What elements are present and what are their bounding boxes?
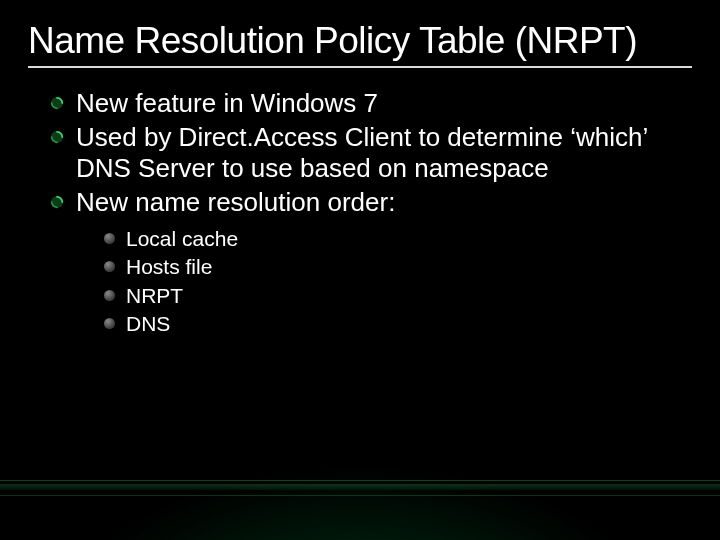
sub-bullet-text: Hosts file	[126, 255, 212, 278]
sub-bullet-item: Local cache	[104, 225, 690, 253]
bullet-text: Used by Direct.Access Client to determin…	[76, 122, 647, 184]
sub-bullet-text: Local cache	[126, 227, 238, 250]
sub-bullet-text: NRPT	[126, 284, 183, 307]
bullet-item: New name resolution order: Local cache H…	[52, 187, 690, 338]
dot-bullet-icon	[104, 290, 115, 301]
svg-point-5	[55, 200, 59, 204]
bullet-list-level2: Local cache Hosts file NRPT DNS	[76, 225, 690, 338]
swirl-bullet-icon	[50, 195, 64, 209]
sub-bullet-item: DNS	[104, 310, 690, 338]
slide-body: New feature in Windows 7 Used by Direct.…	[52, 88, 690, 340]
bullet-text: New feature in Windows 7	[76, 88, 378, 118]
slide: Name Resolution Policy Table (NRPT) New …	[0, 0, 720, 540]
bullet-item: New feature in Windows 7	[52, 88, 690, 120]
swirl-bullet-icon	[50, 130, 64, 144]
svg-point-3	[55, 135, 59, 139]
dot-bullet-icon	[104, 318, 115, 329]
swirl-bullet-icon	[50, 96, 64, 110]
dot-bullet-icon	[104, 233, 115, 244]
bullet-item: Used by Direct.Access Client to determin…	[52, 122, 690, 185]
dot-bullet-icon	[104, 261, 115, 272]
footer-accent-bar	[0, 480, 720, 496]
sub-bullet-text: DNS	[126, 312, 170, 335]
svg-point-1	[55, 101, 59, 105]
slide-title: Name Resolution Policy Table (NRPT)	[28, 20, 692, 68]
bullet-text: New name resolution order:	[76, 187, 395, 217]
sub-bullet-item: NRPT	[104, 282, 690, 310]
bullet-list-level1: New feature in Windows 7 Used by Direct.…	[52, 88, 690, 338]
sub-bullet-item: Hosts file	[104, 253, 690, 281]
